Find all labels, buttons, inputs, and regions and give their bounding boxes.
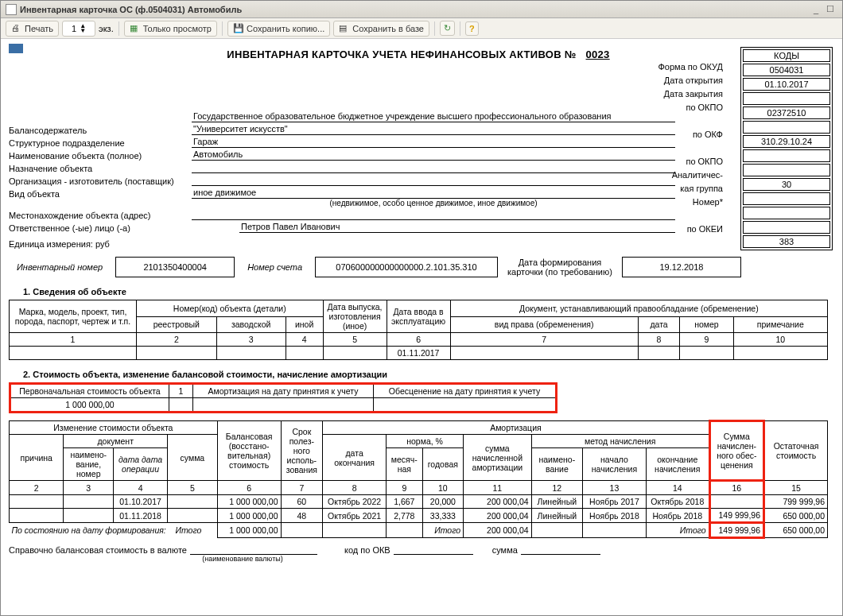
purpose-value <box>192 162 675 173</box>
kind-value: иное движимое <box>192 188 675 199</box>
db-icon: ▤ <box>339 23 350 34</box>
document-content: ИНВЕНТАРНАЯ КАРТОЧКА УЧЕТА НЕФИНАНСОВЫХ … <box>1 39 842 616</box>
save-icon: 💾 <box>233 23 244 34</box>
kind-hint: (недвижимое, особо ценное движимое, иное… <box>192 199 675 207</box>
minimize-button[interactable]: _ <box>809 5 823 14</box>
document-number: 0023 <box>580 48 616 60</box>
okv-field <box>394 544 473 555</box>
table-initial-cost: Первоначальная стоимость объекта1Амортиз… <box>9 382 557 413</box>
inv-value: 2101350400004 <box>115 257 235 277</box>
formdate-l2: карточки (по требованию) <box>507 267 612 277</box>
dept-label: Структурное подразделение <box>9 138 192 148</box>
currency-name-field <box>190 544 317 555</box>
dept-value: Гараж <box>192 137 675 148</box>
maker-label: Организация - изготовитель (поставщик) <box>9 176 192 186</box>
table-row: 01.10.20171 000 000,0060Октябрь 20221,66… <box>10 495 828 509</box>
table-amortization: Изменение стоимости объекта Балансовая (… <box>9 420 828 539</box>
holder-line2: "Университет искусств" <box>192 124 675 135</box>
help-icon: ? <box>469 24 475 33</box>
copies-value: 1 <box>72 24 76 33</box>
table-total-row: По состоянию на дату формирования: Итого… <box>10 523 828 538</box>
section-2-title: 2. Стоимость объекта, изменение балансов… <box>23 370 834 379</box>
print-label: Печать <box>25 24 53 33</box>
section-1-title: 1. Сведения об объекте <box>23 287 834 296</box>
title-bar: Инвентарная карточка ОС (ф.0504031) Авто… <box>1 1 842 18</box>
help-button[interactable]: ? <box>465 21 479 36</box>
save-copy-label: Сохранить копию... <box>247 24 324 33</box>
codes-table: КОДЫ 050403101.10.2017 02372510 310.29.1… <box>740 47 833 250</box>
table-object-info: Марка, модель, проект, тип, порода, пасп… <box>9 300 828 360</box>
inv-label: Инвентарный номер <box>9 262 111 272</box>
save-db-label: Сохранить в базе <box>352 24 424 33</box>
info-row: Инвентарный номер 2101350400004 Номер сч… <box>9 257 834 277</box>
copies-spinner[interactable]: 1▲▼ <box>62 21 95 37</box>
view-only-button[interactable]: ▦Только просмотр <box>124 21 217 37</box>
kind-label: Вид объекта <box>9 189 192 199</box>
refresh-icon: ↻ <box>444 23 451 33</box>
currency-name-hint: (наименование валюты) <box>179 555 306 563</box>
save-copy-button[interactable]: 💾Сохранить копию... <box>227 21 330 37</box>
account-value: 070600000000000000.2.101.35.310 <box>315 257 498 277</box>
document-icon <box>6 4 17 15</box>
location-value <box>192 209 675 220</box>
unit-label: Единица измерения: руб <box>9 239 192 249</box>
printer-icon: 🖨 <box>11 23 22 34</box>
location-label: Местонахождение объекта (адрес) <box>9 211 192 220</box>
table-icon: ▦ <box>130 23 141 34</box>
print-button[interactable]: 🖨Печать <box>6 21 59 37</box>
objname-value: Автомобиль <box>192 149 675 161</box>
holder-line1: Государственное образовательное бюджетно… <box>192 111 675 122</box>
formdate-l1: Дата формирования <box>519 258 602 267</box>
holder-label: Балансодержатель <box>9 126 192 135</box>
responsible-label: Ответственное (-ые) лицо (-а) <box>9 223 192 233</box>
codes-header: КОДЫ <box>743 49 830 62</box>
formdate-value: 19.12.2018 <box>622 257 741 277</box>
copies-unit: экз. <box>99 24 114 33</box>
close-button[interactable]: ☐ <box>823 4 837 14</box>
selection-marker <box>9 44 23 53</box>
table-row: 01.11.20181 000 000,0048Октябрь 20212,77… <box>10 509 828 523</box>
purpose-label: Назначение объекта <box>9 164 192 173</box>
responsible-value: Петров Павел Иванович <box>239 222 675 233</box>
objname-label: Наименование объекта (полное) <box>9 151 192 161</box>
title-text: ИНВЕНТАРНАЯ КАРТОЧКА УЧЕТА НЕФИНАНСОВЫХ … <box>227 48 576 60</box>
refresh-button[interactable]: ↻ <box>440 21 455 36</box>
footer-currency-row: Справочно балансовая стоимость в валюте … <box>9 544 834 555</box>
toolbar: 🖨Печать 1▲▼ экз. ▦Только просмотр 💾Сохра… <box>1 18 842 39</box>
account-label: Номер счета <box>239 262 310 272</box>
window-title: Инвентарная карточка ОС (ф.0504031) Авто… <box>20 5 809 14</box>
code-labels: Форма по ОКУДДата открытия Дата закрытия… <box>658 47 724 236</box>
maker-value <box>192 175 675 186</box>
view-only-label: Только просмотр <box>143 24 212 33</box>
sum-label: сумма <box>492 545 518 555</box>
okv-label: код по ОКВ <box>344 545 390 555</box>
sum-field <box>521 544 600 555</box>
save-db-button[interactable]: ▤Сохранить в базе <box>333 21 429 37</box>
currency-balance-label: Справочно балансовая стоимость в валюте <box>9 545 187 555</box>
